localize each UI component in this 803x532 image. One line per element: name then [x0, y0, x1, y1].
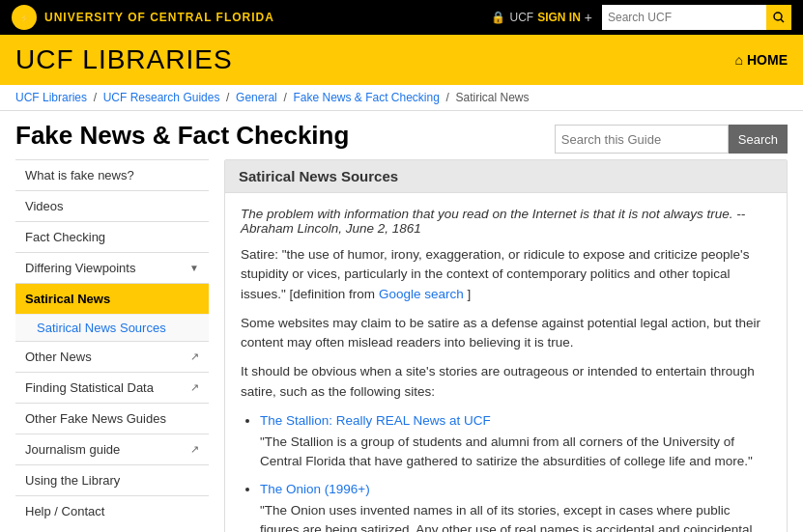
sidebar-label-videos: Videos: [25, 199, 64, 213]
sidebar-label-finding-statistical-data: Finding Statistical Data: [25, 380, 154, 395]
sidebar-item-help-contact[interactable]: Help / Contact: [15, 495, 209, 526]
university-name: UNIVERSITY OF CENTRAL FLORIDA: [44, 11, 274, 24]
svg-text:⚡: ⚡: [19, 13, 31, 24]
home-icon: ⌂: [735, 52, 743, 68]
content-area: Satirical News Sources The problem with …: [224, 159, 788, 532]
breadcrumb: UCF Libraries / UCF Research Guides / Ge…: [0, 85, 803, 111]
plus-icon: +: [585, 10, 592, 25]
sidebar-label-help-contact: Help / Contact: [25, 504, 104, 518]
svg-point-2: [774, 13, 782, 20]
sidebar-item-fact-checking[interactable]: Fact Checking: [15, 221, 209, 252]
page-title: Fake News & Fact Checking: [15, 121, 349, 151]
sidebar-item-using-the-library[interactable]: Using the Library: [15, 464, 209, 495]
satire-definition-paragraph: Satire: "the use of humor, irony, exagge…: [241, 245, 771, 304]
satire-definition-suffix: ]: [467, 287, 471, 301]
content-body: The problem with information that you re…: [225, 193, 787, 532]
sidebar-label-journalism-guide: Journalism guide: [25, 442, 120, 457]
sidebar-item-other-news[interactable]: Other News ↗: [15, 341, 209, 372]
sidebar-item-videos[interactable]: Videos: [15, 190, 209, 221]
page-title-area: Fake News & Fact Checking Search: [0, 111, 803, 159]
ucf-text: UCF: [509, 11, 533, 24]
sidebar-label-other-news: Other News: [25, 350, 92, 364]
libraries-header: UCF LIBRARIES ⌂ HOME: [0, 35, 803, 85]
sidebar-item-journalism-guide[interactable]: Journalism guide ↗: [15, 434, 209, 464]
sidebar-label-other-fake-news-guides: Other Fake News Guides: [25, 411, 166, 426]
sidebar-label-satirical-news: Satirical News: [25, 292, 110, 306]
content-section-header: Satirical News Sources: [225, 160, 787, 193]
onion-link[interactable]: The Onion (1996+): [260, 480, 771, 499]
breadcrumb-current: Satirical News: [456, 91, 530, 104]
chevron-down-icon: ▼: [189, 263, 199, 273]
sign-in-area: 🔒 UCF SIGN IN +: [491, 10, 592, 25]
obvious-paragraph: It should be obvious when a site's stori…: [241, 362, 771, 402]
breadcrumb-general[interactable]: General: [236, 91, 277, 104]
breadcrumb-fake-news[interactable]: Fake News & Fact Checking: [293, 91, 439, 104]
guide-search-input[interactable]: [555, 125, 729, 154]
guide-search-button[interactable]: Search: [729, 125, 788, 154]
sidebar-label-differing-viewpoints: Differing Viewpoints: [25, 261, 135, 275]
sidebar-item-satirical-news[interactable]: Satirical News: [15, 283, 209, 314]
guide-search-area: Search: [555, 125, 788, 154]
svg-line-3: [781, 19, 784, 22]
home-label: HOME: [747, 52, 788, 68]
home-link[interactable]: ⌂ HOME: [735, 52, 788, 68]
sidebar-label-what-is-fake-news: What is fake news?: [25, 168, 134, 182]
sidebar-item-what-is-fake-news[interactable]: What is fake news?: [15, 159, 209, 190]
quote-paragraph: The problem with information that you re…: [241, 207, 771, 236]
libraries-rest: IBRARIES: [99, 44, 233, 74]
satire-definition-prefix: Satire: "the use of humor, irony, exagge…: [241, 247, 749, 301]
sidebar-label-using-the-library: Using the Library: [25, 473, 120, 488]
top-search-button[interactable]: [766, 5, 791, 30]
top-navigation-bar: ⚡ UNIVERSITY OF CENTRAL FLORIDA 🔒 UCF SI…: [0, 0, 803, 35]
quote-text: The problem with information that you re…: [241, 207, 733, 221]
sidebar-sublabel-satirical-news-sources: Satirical News Sources: [37, 321, 166, 335]
external-link-icon: ↗: [190, 350, 199, 363]
sidebar-item-finding-statistical-data[interactable]: Finding Statistical Data ↗: [15, 372, 209, 403]
sidebar-subitem-satirical-news-sources[interactable]: Satirical News Sources: [15, 314, 209, 341]
list-item: The Stallion: Really REAL News at UCF "T…: [260, 411, 771, 472]
stallion-link[interactable]: The Stallion: Really REAL News at UCF: [260, 411, 771, 431]
mislead-paragraph: Some websites may claim to be satire as …: [241, 314, 771, 353]
sidebar: What is fake news? Videos Fact Checking …: [15, 159, 209, 532]
sidebar-item-other-fake-news-guides[interactable]: Other Fake News Guides: [15, 403, 209, 434]
top-search-input[interactable]: [602, 5, 766, 30]
external-link-icon: ↗: [190, 443, 199, 456]
google-search-link[interactable]: Google search: [379, 287, 464, 301]
top-search-bar: [602, 5, 791, 30]
ucf-bold: UCF: [15, 44, 82, 74]
sidebar-item-differing-viewpoints[interactable]: Differing Viewpoints ▼: [15, 252, 209, 283]
sidebar-label-fact-checking: Fact Checking: [25, 230, 105, 244]
libraries-title: UCF LIBRARIES: [15, 44, 233, 75]
lock-icon: 🔒: [491, 11, 505, 24]
list-item: The Onion (1996+) "The Onion uses invent…: [260, 480, 771, 533]
breadcrumb-research-guides[interactable]: UCF Research Guides: [103, 91, 220, 104]
breadcrumb-ucf-libraries[interactable]: UCF Libraries: [15, 91, 87, 104]
main-layout: What is fake news? Videos Fact Checking …: [0, 159, 803, 532]
libraries-light: L: [82, 44, 99, 74]
satirical-sources-list: The Stallion: Really REAL News at UCF "T…: [260, 411, 771, 532]
ucf-logo: ⚡: [12, 5, 37, 30]
external-link-icon: ↗: [190, 381, 199, 394]
sign-in-link[interactable]: SIGN IN: [537, 11, 581, 24]
onion-desc: "The Onion uses invented names in all of…: [260, 503, 756, 532]
stallion-desc: "The Stallion is a group of students and…: [260, 434, 753, 468]
top-bar-right: 🔒 UCF SIGN IN +: [491, 5, 791, 30]
top-bar-left: ⚡ UNIVERSITY OF CENTRAL FLORIDA: [12, 5, 274, 30]
